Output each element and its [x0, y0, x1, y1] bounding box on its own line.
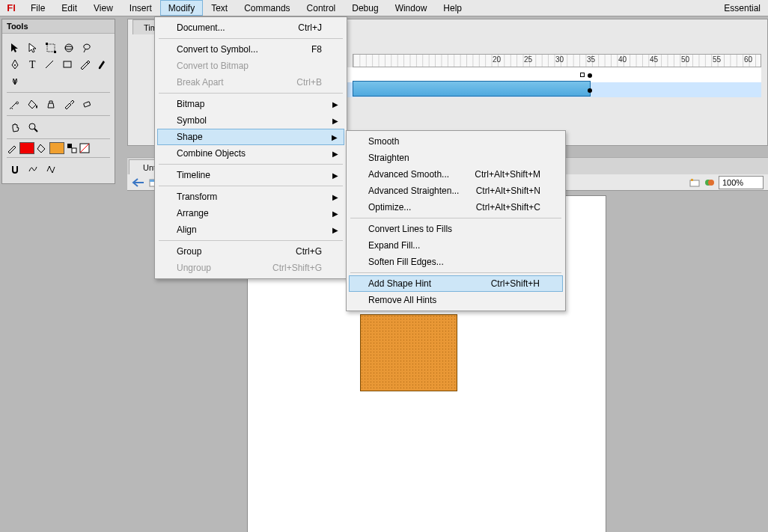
smooth-option-icon[interactable]: [25, 161, 41, 177]
menu-separator: [159, 93, 343, 94]
zoom-tool-icon[interactable]: [25, 119, 41, 135]
menu-item-optimize[interactable]: Optimize...Ctrl+Alt+Shift+C: [349, 199, 563, 215]
menu-separator: [159, 240, 343, 241]
3d-rotate-icon[interactable]: [61, 40, 77, 56]
menu-item-remove-all-hints[interactable]: Remove All Hints: [349, 292, 563, 308]
menu-window[interactable]: Window: [387, 0, 436, 16]
ruler-tick: 40: [618, 55, 627, 64]
pencil-tool-icon[interactable]: [76, 56, 92, 73]
menu-view[interactable]: View: [85, 0, 121, 16]
menu-item-label: Smooth: [368, 136, 399, 147]
eraser-icon[interactable]: [79, 96, 95, 112]
menu-item-bitmap[interactable]: Bitmap▶: [157, 96, 344, 112]
stroke-color-row: [7, 139, 110, 158]
menu-item-shortcut: Ctrl+J: [298, 22, 322, 33]
menu-separator: [350, 218, 561, 218]
menu-item-shape[interactable]: Shape▶: [157, 129, 344, 145]
menu-item-group[interactable]: GroupCtrl+G: [157, 243, 344, 260]
eyedropper-icon[interactable]: [61, 96, 77, 112]
free-transform-icon[interactable]: [43, 40, 59, 56]
paint-bucket-icon[interactable]: [25, 96, 41, 112]
stroke-swatch[interactable]: [19, 142, 34, 154]
menu-file[interactable]: File: [22, 0, 53, 16]
menu-item-label: Combine Objects: [177, 148, 246, 159]
paint-icon: [37, 143, 47, 153]
selection-tool-icon[interactable]: [7, 40, 23, 56]
menu-item-soften-fill-edges[interactable]: Soften Fill Edges...: [349, 254, 563, 270]
menu-item-shortcut: Ctrl+Shift+G: [272, 263, 322, 273]
menu-item-label: Document...: [177, 22, 225, 33]
ruler-tick: 50: [681, 55, 689, 64]
tools-panel-title: Tools: [2, 19, 115, 34]
menu-item-shortcut: Ctrl+Alt+Shift+C: [476, 202, 540, 213]
submenu-arrow-icon: ▶: [332, 193, 338, 201]
svg-rect-18: [690, 180, 699, 186]
straighten-option-icon[interactable]: [43, 161, 59, 177]
deco-tool-icon[interactable]: [7, 73, 23, 89]
menu-modify[interactable]: Modify: [160, 0, 203, 16]
menu-item-label: Shape: [177, 132, 203, 142]
subselect-tool-icon[interactable]: [25, 40, 41, 56]
zoom-input[interactable]: 100%: [719, 176, 764, 189]
pen-tool-icon[interactable]: [7, 56, 22, 73]
menu-item-expand-fill[interactable]: Expand Fill...: [349, 237, 563, 254]
fill-swatch[interactable]: [49, 142, 64, 154]
menu-item-label: Bitmap: [177, 99, 204, 109]
menu-separator: [159, 186, 343, 186]
menu-item-convert-lines-to-fills[interactable]: Convert Lines to Fills: [349, 221, 563, 237]
menu-item-align[interactable]: Align▶: [157, 221, 344, 238]
keyframe-open[interactable]: [580, 73, 585, 77]
menu-insert[interactable]: Insert: [121, 0, 160, 16]
menu-item-advanced-straighten[interactable]: Advanced Straighten...Ctrl+Alt+Shift+N: [349, 183, 563, 199]
svg-rect-1: [46, 43, 48, 45]
menu-debug[interactable]: Debug: [344, 0, 386, 16]
brush-tool-icon[interactable]: [94, 56, 110, 73]
menu-item-combine-objects[interactable]: Combine Objects▶: [157, 145, 344, 162]
menu-edit[interactable]: Edit: [53, 0, 85, 16]
svg-rect-2: [54, 51, 56, 53]
menu-commands[interactable]: Commands: [236, 0, 298, 16]
menu-item-smooth[interactable]: Smooth: [349, 133, 563, 150]
lasso-tool-icon[interactable]: [79, 40, 95, 56]
shape-submenu: SmoothStraightenAdvanced Smooth...Ctrl+A…: [346, 130, 566, 311]
svg-rect-8: [64, 61, 71, 67]
menu-item-label: Soften Fill Edges...: [368, 257, 444, 267]
bone-tool-icon[interactable]: [7, 96, 23, 112]
edit-scene-icon[interactable]: [689, 177, 701, 188]
menu-item-convert-to-symbol[interactable]: Convert to Symbol...F8: [157, 41, 344, 58]
workspace-switcher[interactable]: Essential: [716, 0, 768, 16]
edit-symbol-icon[interactable]: [704, 177, 716, 188]
menu-control[interactable]: Control: [299, 0, 344, 16]
menu-item-label: Straighten: [368, 153, 409, 163]
keyframe-dot[interactable]: [588, 88, 592, 93]
menu-item-document[interactable]: Document...Ctrl+J: [157, 19, 344, 36]
menu-item-straighten[interactable]: Straighten: [349, 150, 563, 166]
line-tool-icon[interactable]: [42, 56, 58, 73]
menu-item-label: Break Apart: [177, 77, 224, 88]
svg-rect-13: [72, 148, 76, 153]
menu-item-transform[interactable]: Transform▶: [157, 189, 344, 205]
menu-item-advanced-smooth[interactable]: Advanced Smooth...Ctrl+Alt+Shift+M: [349, 166, 563, 183]
keyframe-dot[interactable]: [588, 73, 592, 78]
ink-bottle-icon[interactable]: [43, 96, 59, 112]
menu-item-label: Convert Lines to Fills: [368, 224, 452, 234]
menu-item-add-shape-hint[interactable]: Add Shape HintCtrl+Shift+H: [349, 275, 563, 292]
snap-icon[interactable]: [7, 161, 23, 177]
menu-text[interactable]: Text: [203, 0, 236, 16]
shape-rectangle[interactable]: [360, 314, 457, 391]
menu-item-symbol[interactable]: Symbol▶: [157, 112, 344, 129]
menu-item-arrange[interactable]: Arrange▶: [157, 205, 344, 221]
back-icon[interactable]: [132, 177, 145, 188]
swap-colors-icon[interactable]: [67, 143, 77, 153]
text-tool-icon[interactable]: T: [24, 56, 40, 73]
menu-item-label: Ungroup: [177, 263, 211, 273]
frames-ruler[interactable]: 2025303540455055606570758085: [353, 54, 761, 67]
hand-tool-icon[interactable]: [7, 119, 23, 135]
menu-help[interactable]: Help: [435, 0, 470, 16]
rect-tool-icon[interactable]: [59, 56, 75, 73]
menu-item-label: Group: [177, 246, 201, 257]
menu-separator: [159, 164, 343, 165]
tween-span[interactable]: [353, 81, 591, 97]
no-color-icon[interactable]: [79, 143, 90, 153]
menu-item-timeline[interactable]: Timeline▶: [157, 167, 344, 183]
